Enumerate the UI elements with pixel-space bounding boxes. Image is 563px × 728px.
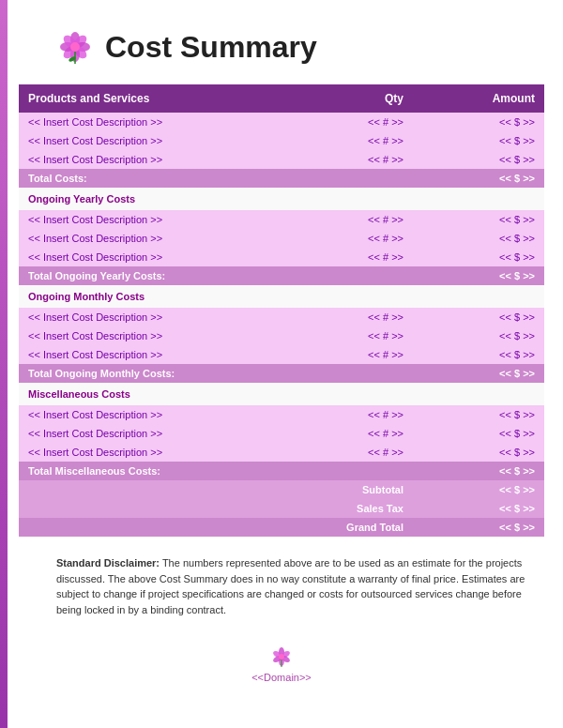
total-qty xyxy=(308,462,413,480)
row-qty: << # >> xyxy=(308,131,413,150)
total-row: Total Miscellaneous Costs: << $ >> xyxy=(19,462,544,480)
row-qty: << # >> xyxy=(308,326,413,345)
total-qty xyxy=(308,266,413,285)
row-desc: << Insert Cost Description >> xyxy=(19,308,308,326)
flower-icon xyxy=(56,28,94,66)
page-title: Cost Summary xyxy=(105,30,317,65)
footer-domain: <<Domain>> xyxy=(251,672,312,683)
total-label: Total Ongoing Monthly Costs: xyxy=(19,364,308,383)
table-row: << Insert Cost Description >> << # >> <<… xyxy=(19,131,544,150)
table-row: << Insert Cost Description >> << # >> <<… xyxy=(19,424,544,443)
row-amt: << $ >> xyxy=(413,229,544,248)
section-header-label: Ongoing Monthly Costs xyxy=(19,285,544,308)
row-amt: << $ >> xyxy=(413,308,544,326)
table-row: << Insert Cost Description >> << # >> <<… xyxy=(19,113,544,131)
section-header-row: Ongoing Monthly Costs xyxy=(19,285,544,308)
table-header-row: Products and Services Qty Amount xyxy=(19,84,544,113)
disclaimer: Standard Disclaimer: The numbers represe… xyxy=(19,555,544,617)
total-label: Total Miscellaneous Costs: xyxy=(19,462,308,480)
row-qty: << # >> xyxy=(308,210,413,229)
table-row: << Insert Cost Description >> << # >> <<… xyxy=(19,405,544,424)
footer: <<Domain>> xyxy=(19,645,544,702)
table-row: << Insert Cost Description >> << # >> <<… xyxy=(19,229,544,248)
row-desc: << Insert Cost Description >> xyxy=(19,326,308,345)
total-label: Total Costs: xyxy=(19,169,308,188)
left-accent-bar xyxy=(0,0,8,728)
svg-point-17 xyxy=(279,654,284,660)
table-row: << Insert Cost Description >> << # >> <<… xyxy=(19,150,544,169)
row-desc: << Insert Cost Description >> xyxy=(19,248,308,266)
section-header-row: Ongoing Yearly Costs xyxy=(19,188,544,210)
row-qty: << # >> xyxy=(308,443,413,462)
header-amount: Amount xyxy=(413,84,544,113)
row-desc: << Insert Cost Description >> xyxy=(19,345,308,364)
total-amt: << $ >> xyxy=(413,266,544,285)
row-qty: << # >> xyxy=(308,424,413,443)
row-desc: << Insert Cost Description >> xyxy=(19,210,308,229)
section-header-row: Miscellaneous Costs xyxy=(19,383,544,405)
footer-flower-icon xyxy=(270,645,293,668)
row-desc: << Insert Cost Description >> xyxy=(19,229,308,248)
cost-table: Products and Services Qty Amount << Inse… xyxy=(19,84,544,537)
table-row: << Insert Cost Description >> << # >> <<… xyxy=(19,326,544,345)
total-amt: << $ >> xyxy=(413,364,544,383)
total-amt: << $ >> xyxy=(413,169,544,188)
row-desc: << Insert Cost Description >> xyxy=(19,424,308,443)
table-row: << Insert Cost Description >> << # >> <<… xyxy=(19,248,544,266)
row-qty: << # >> xyxy=(308,345,413,364)
row-amt: << $ >> xyxy=(413,210,544,229)
total-row: Total Ongoing Yearly Costs: << $ >> xyxy=(19,266,544,285)
row-amt: << $ >> xyxy=(413,345,544,364)
row-desc: << Insert Cost Description >> xyxy=(19,150,308,169)
row-qty: << # >> xyxy=(308,229,413,248)
table-row: << Insert Cost Description >> << # >> <<… xyxy=(19,443,544,462)
row-desc: << Insert Cost Description >> xyxy=(19,131,308,150)
row-qty: << # >> xyxy=(308,113,413,131)
row-desc: << Insert Cost Description >> xyxy=(19,443,308,462)
row-amt: << $ >> xyxy=(413,131,544,150)
salestax-row: Sales Tax << $ >> xyxy=(19,499,544,518)
total-qty xyxy=(308,169,413,188)
disclaimer-bold: Standard Disclaimer: xyxy=(56,557,160,569)
row-amt: << $ >> xyxy=(413,150,544,169)
section-header-label: Miscellaneous Costs xyxy=(19,383,544,405)
row-amt: << $ >> xyxy=(413,326,544,345)
grandtotal-row: Grand Total << $ >> xyxy=(19,518,544,537)
row-qty: << # >> xyxy=(308,150,413,169)
table-row: << Insert Cost Description >> << # >> <<… xyxy=(19,308,544,326)
total-row: Total Costs: << $ >> xyxy=(19,169,544,188)
table-row: << Insert Cost Description >> << # >> <<… xyxy=(19,345,544,364)
row-desc: << Insert Cost Description >> xyxy=(19,405,308,424)
page-header: Cost Summary xyxy=(19,28,544,66)
row-amt: << $ >> xyxy=(413,424,544,443)
total-qty xyxy=(308,364,413,383)
subtotal-row: Subtotal << $ >> xyxy=(19,480,544,499)
header-products: Products and Services xyxy=(19,84,308,113)
total-label: Total Ongoing Yearly Costs: xyxy=(19,266,308,285)
row-qty: << # >> xyxy=(308,248,413,266)
total-row: Total Ongoing Monthly Costs: << $ >> xyxy=(19,364,544,383)
row-qty: << # >> xyxy=(308,405,413,424)
header-qty: Qty xyxy=(308,84,413,113)
row-amt: << $ >> xyxy=(413,443,544,462)
row-amt: << $ >> xyxy=(413,405,544,424)
section-header-label: Ongoing Yearly Costs xyxy=(19,188,544,210)
row-qty: << # >> xyxy=(308,308,413,326)
row-amt: << $ >> xyxy=(413,248,544,266)
row-desc: << Insert Cost Description >> xyxy=(19,113,308,131)
total-amt: << $ >> xyxy=(413,462,544,480)
svg-point-8 xyxy=(70,42,80,52)
table-row: << Insert Cost Description >> << # >> <<… xyxy=(19,210,544,229)
row-amt: << $ >> xyxy=(413,113,544,131)
